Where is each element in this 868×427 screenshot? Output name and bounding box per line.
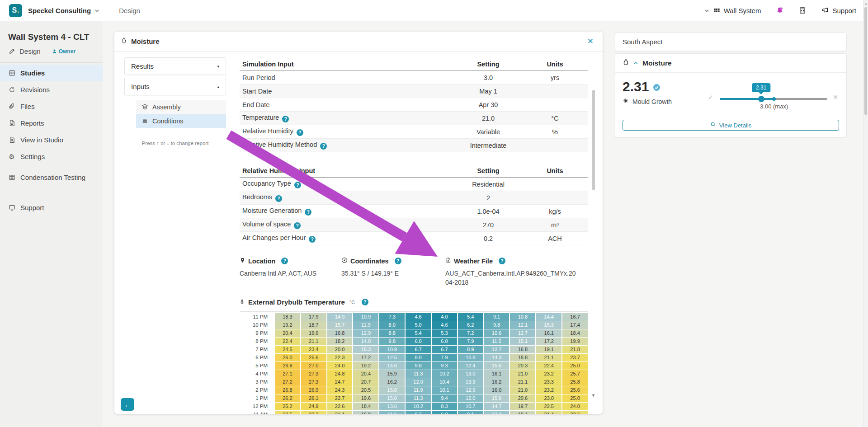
sidebar: Wall System 4 - CLT Design Owner Studies… — [0, 21, 103, 427]
heatmap-cell: 11.3 — [406, 370, 431, 378]
heatmap-cell: 21.1 — [327, 411, 353, 414]
heatmap-cell: 21.1 — [536, 354, 561, 361]
mould-slider: ✓ ✕ 2.31 3.00 (max) — [706, 80, 839, 115]
row-setting: May 1 — [454, 88, 522, 95]
x-mark-icon[interactable]: ✕ — [833, 94, 838, 101]
inputs-item-label: Assembly — [152, 103, 181, 111]
magnifier-icon — [710, 122, 716, 129]
tab-design[interactable]: Design — [119, 7, 140, 14]
modal-scrollbar-thumb[interactable] — [592, 90, 595, 190]
sidebar-item-label: Files — [20, 103, 35, 110]
table-row: Temperature?21.0°C — [240, 112, 588, 125]
heatmap-cell: 15.7 — [327, 321, 353, 329]
workspace-switcher[interactable]: Wall System — [704, 7, 761, 14]
accordion-results[interactable]: Results ▾ — [124, 57, 226, 75]
heatmap-cell: 10.6 — [484, 329, 509, 337]
sidebar-nav-secondary: Condensation Testing — [0, 167, 103, 188]
scroll-up-icon[interactable]: ▲ — [864, 2, 868, 5]
page-scrollbar-thumb[interactable] — [864, 7, 867, 115]
sidebar-item-files[interactable]: Files — [0, 98, 103, 115]
sidebar-item-support[interactable]: Support — [0, 199, 103, 216]
table-row: Relative Humidity Method?Intermediate — [240, 139, 588, 152]
slider-track[interactable]: 2.31 3.00 (max) — [720, 98, 827, 100]
heatmap-cell: 7.3 — [379, 313, 405, 321]
heatmap-cell: 20.7 — [353, 378, 378, 386]
aspect-card[interactable]: South Aspect — [615, 33, 847, 51]
help-icon[interactable]: ? — [294, 222, 301, 229]
heatmap-cell: 21.0 — [510, 386, 535, 394]
help-icon[interactable]: ? — [320, 143, 327, 150]
help-icon[interactable]: ? — [499, 258, 505, 264]
help-icon[interactable]: ? — [395, 258, 401, 264]
heatmap-cell: 25.2 — [275, 403, 300, 410]
scroll-down-icon[interactable]: ▼ — [591, 393, 595, 398]
heatmap-cell: 20.3 — [510, 362, 535, 370]
help-icon[interactable]: ? — [282, 116, 289, 122]
heatmap-row-label: 5 PM — [240, 362, 274, 370]
slider-max-label: 3.00 (max) — [760, 103, 788, 110]
help-icon[interactable]: ? — [362, 299, 368, 305]
help-icon[interactable]: ? — [297, 129, 303, 136]
heatmap-cell: 11.6 — [379, 411, 405, 414]
sidebar-item-view-in-studio[interactable]: View in Studio — [0, 131, 103, 148]
inputs-item-conditions[interactable]: Conditions — [136, 114, 226, 128]
heatmap-cell: 16.1 — [484, 370, 509, 378]
app-logo[interactable]: S. — [9, 4, 22, 17]
help-icon[interactable]: ? — [309, 236, 316, 243]
help-icon[interactable]: ? — [275, 195, 282, 202]
close-icon[interactable]: ✕ — [587, 38, 594, 45]
view-details-button[interactable]: View Details — [623, 120, 839, 131]
calculator-icon[interactable] — [799, 7, 806, 14]
heatmap-cell: 6.2 — [458, 321, 483, 329]
sidebar-item-condensation-testing[interactable]: Condensation Testing — [0, 169, 103, 186]
heatmap-cell: 19.2 — [275, 321, 300, 329]
heatmap-cell: 5.3 — [432, 329, 457, 337]
mould-growth-value: 2.31 — [623, 80, 649, 94]
accordion-inputs-label: Inputs — [131, 83, 150, 90]
sidebar-item-revisions[interactable]: Revisions — [0, 81, 103, 98]
heatmap-cell: 14.7 — [484, 403, 509, 410]
sidebar-item-reports[interactable]: Reports — [0, 115, 103, 131]
back-button[interactable]: ← — [121, 398, 134, 411]
heatmap-cell: 17.2 — [536, 338, 561, 345]
column-header: Relative Humidity Input — [242, 167, 454, 174]
moisture-modal: Moisture ✕ Results ▾ Inputs ▴ AssemblyCo… — [114, 32, 603, 414]
moisture-section-header[interactable]: Moisture — [615, 54, 846, 73]
heatmap-cell: 5.0 — [406, 321, 431, 329]
slider-handle[interactable] — [758, 96, 764, 102]
location-value: Canberra Intl AP, ACT, AUS — [240, 269, 341, 278]
heatmap-cell: 26.8 — [275, 362, 300, 370]
help-icon[interactable]: ? — [281, 258, 288, 264]
heatmap-cell: 19.2 — [353, 362, 378, 370]
help-icon[interactable]: ? — [305, 209, 311, 216]
accordion-inputs[interactable]: Inputs ▴ — [124, 78, 226, 95]
design-mode-label[interactable]: Design — [19, 47, 41, 55]
studio-icon — [8, 136, 15, 143]
sidebar-item-label: Condensation Testing — [20, 174, 85, 181]
heatmap-cell: 9.3 — [432, 362, 457, 370]
location-section: Location ? Canberra Intl AP, ACT, AUS Co… — [240, 257, 588, 287]
heatmap-cell: 24.0 — [562, 403, 588, 410]
heatmap-cell: 18.4 — [510, 411, 535, 414]
heatmap-cell: 26.8 — [275, 386, 300, 394]
column-header: Units — [522, 61, 588, 68]
accordion-results-label: Results — [131, 62, 154, 70]
notification-bell-icon[interactable] — [776, 7, 783, 14]
chevron-down-icon — [94, 8, 100, 14]
heatmap-cell: 20.0 — [327, 346, 353, 353]
heatmap-cell: 13.6 — [379, 403, 405, 410]
heatmap-cell: 12.5 — [379, 354, 405, 361]
heatmap-cell: 19.7 — [510, 403, 535, 410]
gear-icon: ⚙ — [8, 153, 15, 161]
sidebar-item-studies[interactable]: Studies — [0, 65, 103, 81]
sidebar-item-settings[interactable]: ⚙Settings — [0, 148, 103, 165]
page-scrollbar[interactable]: ▲ — [863, 0, 868, 427]
heatmap-cell: 12.7 — [484, 346, 509, 353]
report-selector: Results ▾ Inputs ▴ AssemblyConditions Pr… — [124, 57, 226, 414]
row-setting: 3.0 — [454, 74, 522, 81]
column-header: Simulation Input — [242, 61, 454, 68]
help-icon[interactable]: ? — [294, 182, 301, 188]
support-link[interactable]: Support — [821, 7, 856, 14]
inputs-item-assembly[interactable]: Assembly — [136, 100, 226, 114]
org-switcher[interactable]: Speckel Consulting — [28, 7, 100, 14]
